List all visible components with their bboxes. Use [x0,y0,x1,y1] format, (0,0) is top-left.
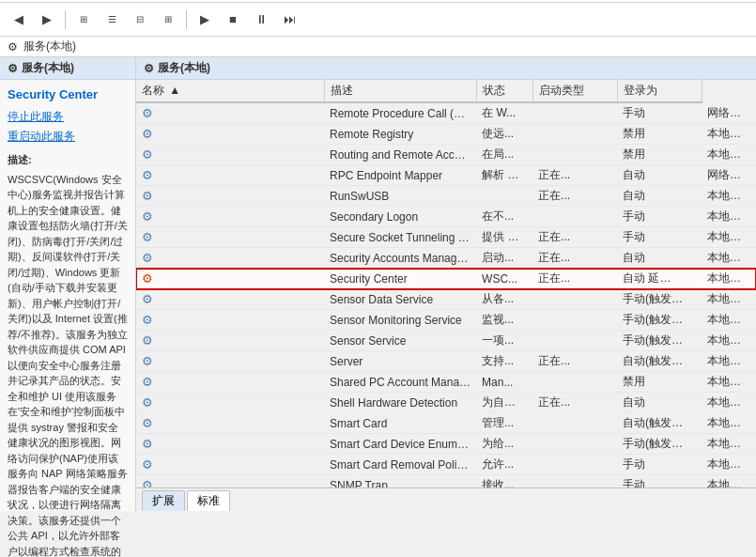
table-row[interactable]: ⚙Sensor Monitoring Service监视...手动(触发…本地系… [136,310,756,331]
table-row[interactable]: ⚙Remote Registry使远...禁用本地服务 [136,124,756,145]
pause-button[interactable]: ⏸ [248,8,274,32]
menu-view[interactable]: 查看(V) [108,0,161,2]
service-start-type: 手动 [617,455,702,475]
service-desc: 管理... [476,413,532,434]
service-status [532,207,617,227]
play-button[interactable]: ▶ [192,8,218,32]
service-icon: ⚙ [142,251,153,265]
forward-button[interactable]: ▶ [34,8,60,32]
tab-standard[interactable]: 标准 [187,490,230,511]
service-name: SNMP Trap [324,475,476,488]
service-start-type: 手动(触发… [617,310,702,331]
table-row[interactable]: ⚙Server支持...正在...自动(触发…本地系统 [136,351,756,372]
table-row[interactable]: ⚙Sensor Service一项...手动(触发…本地系统 [136,331,756,351]
service-desc: 允许... [476,455,532,475]
detail-button[interactable]: ⊟ [127,8,153,32]
address-label: 服务(本地) [23,39,76,54]
sidebar-icon: ⚙ [8,62,18,75]
service-login: 网络服务 [702,165,756,186]
service-name: Smart Card [324,413,476,434]
service-status: 正在... [532,351,617,372]
service-icon: ⚙ [142,189,153,203]
service-icon-cell: ⚙ [136,455,324,475]
table-row[interactable]: ⚙Secure Socket Tunneling …提供 …正在...手动本地服… [136,227,756,248]
service-name: Secondary Logon [324,207,476,227]
service-name: Shell Hardware Detection [324,393,476,413]
service-icon-cell: ⚙ [136,145,324,165]
menu-action[interactable]: 操作(A) [55,0,108,2]
table-row[interactable]: ⚙Security Accounts Manag…启动...正在...自动本地系… [136,248,756,269]
service-desc: 在不... [476,207,532,227]
stop-button[interactable]: ■ [220,8,246,32]
services-table-wrap[interactable]: 名称 ▲ 描述 状态 启动类型 登录为 [136,80,756,487]
restart-button[interactable]: ⏭ [276,8,302,32]
service-login: 本地系统 [702,248,756,269]
service-desc: 在局... [476,145,532,165]
table-row[interactable]: ⚙Shared PC Account Mana…Man...禁用本地系统 [136,372,756,393]
tab-extend[interactable]: 扩展 [142,490,185,511]
table-row[interactable]: ⚙RPC Endpoint Mapper解析 …正在...自动网络服务 [136,165,756,186]
table-row[interactable]: ⚙Smart Card Device Enum…为给...手动(触发…本地系统 [136,434,756,455]
table-row[interactable]: ⚙Secondary Logon在不...手动本地系统 [136,207,756,227]
service-status [532,289,617,310]
stop-service-link[interactable]: 停止此服务 [8,109,128,125]
restart-service-link[interactable]: 重启动此服务 [8,129,128,145]
table-row[interactable]: ⚙Routing and Remote Acc…在局...禁用本地系统 [136,145,756,165]
service-desc: 使远... [476,124,532,145]
table-row[interactable]: ⚙Sensor Data Service从各...手动(触发…本地系统 [136,289,756,310]
icon-button[interactable]: ⊞ [155,8,181,32]
service-name: Smart Card Device Enum… [324,434,476,455]
col-header-status[interactable]: 状态 [476,80,532,102]
services-table: 名称 ▲ 描述 状态 启动类型 登录为 [136,80,756,487]
service-login: 本地服务 [702,269,756,289]
table-row[interactable]: ⚙Shell Hardware Detection为自…正在...自动本地系统 [136,393,756,413]
service-name: RunSwUSB [324,186,476,207]
service-login: 网络服务 [702,102,756,124]
menu-help[interactable]: 帮助(H) [161,0,214,2]
service-status [532,310,617,331]
service-desc [476,186,532,207]
service-desc: 为自… [476,393,532,413]
tree-button[interactable]: ⊞ [70,8,97,32]
table-row[interactable]: ⚙Smart Card管理...自动(触发…本地服务 [136,413,756,434]
table-row[interactable]: ⚙Smart Card Removal Poli…允许...手动本地系统 [136,455,756,475]
service-desc: 一项... [476,331,532,351]
col-header-desc[interactable]: 描述 [324,80,476,102]
service-status: 正在... [532,269,617,289]
menu-file[interactable]: 文件(F) [4,0,55,2]
col-header-login[interactable]: 登录为 [617,80,702,102]
service-start-type: 禁用 [617,124,702,145]
service-login: 本地系统 [702,351,756,372]
service-icon: ⚙ [142,478,153,487]
service-start-type: 手动(触发… [617,331,702,351]
service-desc: 从各... [476,289,532,310]
service-start-type: 手动(触发… [617,434,702,455]
table-row[interactable]: ⚙Remote Procedure Call (…在 W...手动网络服务 [136,102,756,124]
service-name: Sensor Data Service [324,289,476,310]
service-icon: ⚙ [142,395,153,410]
service-status [532,102,617,124]
col-header-name[interactable]: 名称 ▲ [136,80,324,102]
back-button[interactable]: ◀ [6,8,32,32]
service-desc: 监视... [476,310,532,331]
service-icon-cell: ⚙ [136,207,324,227]
service-login: 本地服务 [702,475,756,488]
main-area: ⚙ 服务(本地) Security Center 停止此服务 重启动此服务 描述… [0,57,756,511]
service-login: 本地系统 [702,455,756,475]
service-start-type: 自动 [617,165,702,186]
service-login: 本地服务 [702,413,756,434]
sidebar-content: Security Center 停止此服务 重启动此服务 描述: WSCSVC(… [0,80,135,557]
service-desc: 支持... [476,351,532,372]
service-name: Shared PC Account Mana… [324,372,476,393]
service-login: 本地系统 [702,289,756,310]
table-row[interactable]: ⚙Security CenterWSC...正在...自动 延…本地服务 [136,269,756,289]
service-icon: ⚙ [142,271,153,286]
list-button[interactable]: ☰ [99,8,125,32]
service-icon-cell: ⚙ [136,310,324,331]
toolbar-separator-1 [65,10,66,29]
service-name: Remote Registry [324,124,476,145]
table-row[interactable]: ⚙RunSwUSB正在...自动本地系统 [136,186,756,207]
table-row[interactable]: ⚙SNMP Trap接收...手动本地服务 [136,475,756,488]
service-icon-cell: ⚙ [136,331,324,351]
col-header-start[interactable]: 启动类型 [532,80,617,102]
